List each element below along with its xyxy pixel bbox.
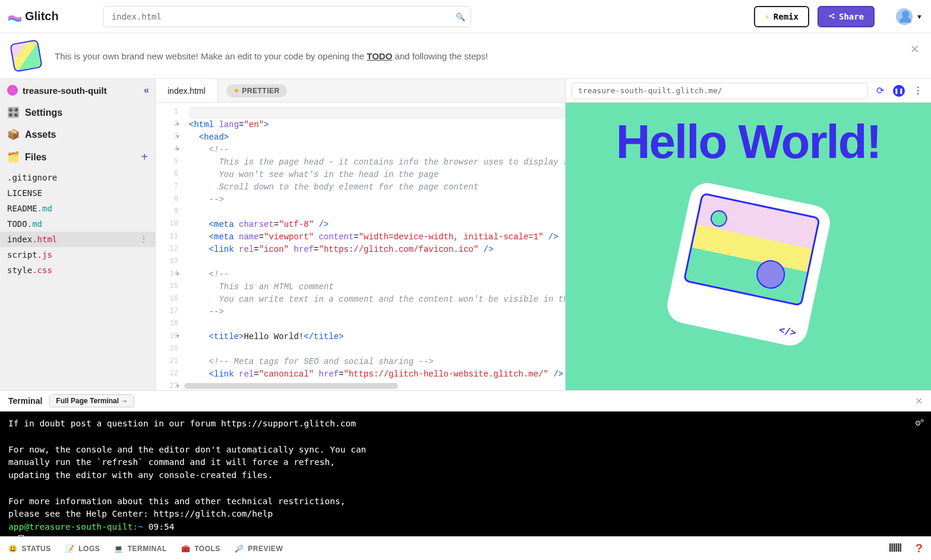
file-item[interactable]: index.html⋮: [0, 232, 155, 247]
files-icon: 🗂️: [7, 151, 19, 163]
terminal-prompt-dollar: $: [8, 535, 18, 545]
preview-toolbar: ⟳ ❚❚ ⋮: [566, 79, 931, 103]
remix-button[interactable]: ⚡ Remix: [754, 6, 809, 27]
prettier-button[interactable]: ✦ PRETTIER: [226, 84, 287, 97]
terminal-body[interactable]: ⚙⚙If in doubt post a question in our for…: [0, 412, 931, 536]
main-area: treasure-south-quilt « 🎛️ Settings 📦 Ass…: [0, 79, 931, 390]
tools-icon: 🧰: [181, 545, 191, 553]
project-avatar-icon: [7, 85, 18, 96]
editor-tab-bar: index.html ✦ PRETTIER: [156, 79, 565, 103]
search-input[interactable]: [103, 6, 471, 27]
preview-url-input[interactable]: [572, 83, 868, 99]
preview-heading: Hello World!: [616, 115, 881, 169]
search-icon[interactable]: 🔍: [456, 12, 465, 21]
terminal-header: Terminal Full Page Terminal → ✕: [0, 390, 931, 412]
terminal-prompt-user: app@treasure-south-quilt: [8, 522, 133, 531]
preview-menu-icon[interactable]: ⋮: [911, 84, 925, 98]
brand-logo[interactable]: Glitch: [8, 10, 59, 23]
keyboard-shortcuts-icon[interactable]: [889, 542, 901, 555]
terminal-icon: 💻: [114, 545, 124, 553]
collapse-sidebar-icon[interactable]: «: [144, 85, 149, 96]
brand-name: Glitch: [25, 10, 59, 23]
pause-icon: ❚❚: [893, 85, 905, 97]
sparkle-icon: ✦: [233, 87, 240, 95]
lightning-icon: ⚡: [765, 12, 769, 21]
editor-tab-active[interactable]: index.html: [156, 79, 218, 102]
file-menu-icon[interactable]: ⋮: [140, 235, 148, 244]
code-tag-icon: </>: [778, 324, 797, 338]
svg-rect-4: [891, 543, 892, 552]
project-selector[interactable]: treasure-south-quilt «: [0, 79, 155, 102]
horizontal-scrollbar[interactable]: [184, 383, 398, 389]
refresh-icon[interactable]: ⟳: [873, 84, 887, 98]
line-gutter: 12▼3▼4▼567891011121314▼1516171819▼202122…: [156, 103, 183, 390]
sidebar: treasure-south-quilt « 🎛️ Settings 📦 Ass…: [0, 79, 156, 390]
banner-text: This is your own brand new website! Make…: [55, 51, 488, 61]
illustration-frame-icon: [683, 192, 820, 306]
close-icon[interactable]: ✕: [910, 43, 919, 56]
preview-pane: ⟳ ❚❚ ⋮ Hello World! </>: [566, 79, 931, 390]
footer-tools[interactable]: 🧰TOOLS: [181, 545, 220, 553]
svg-rect-5: [894, 543, 895, 552]
footer-preview[interactable]: 🔎PREVIEW: [235, 545, 283, 553]
close-icon[interactable]: ✕: [915, 396, 923, 407]
terminal-settings-icon[interactable]: ⚙⚙: [916, 416, 924, 430]
banner-illustration-icon: [10, 39, 43, 72]
top-nav: Glitch 🔍 ⚡ Remix Share ▼: [0, 0, 931, 33]
banner-todo-link[interactable]: TODO: [367, 51, 392, 61]
svg-rect-7: [898, 543, 899, 552]
file-item[interactable]: script.js: [0, 247, 155, 262]
terminal-title: Terminal: [8, 396, 42, 406]
footer-bar: 😃STATUS 📝LOGS 💻TERMINAL 🧰TOOLS 🔎PREVIEW …: [0, 536, 931, 560]
preview-viewport: Hello World! </>: [566, 103, 931, 390]
preview-illustration: </>: [664, 180, 833, 349]
logs-icon: 📝: [65, 545, 75, 553]
editor-pane: index.html ✦ PRETTIER 12▼3▼4▼56789101112…: [156, 79, 566, 390]
terminal-cursor: [18, 535, 24, 545]
share-button[interactable]: Share: [818, 6, 875, 27]
terminal-output: If in doubt post a question in our forum…: [8, 419, 366, 518]
user-menu[interactable]: ▼: [895, 7, 923, 26]
sidebar-assets[interactable]: 📦 Assets: [0, 124, 155, 145]
add-file-icon[interactable]: +: [141, 150, 148, 164]
welcome-banner: This is your own brand new website! Make…: [0, 33, 931, 79]
file-item[interactable]: style.css: [0, 262, 155, 278]
svg-rect-3: [889, 543, 891, 552]
chevron-down-icon: ▼: [916, 13, 923, 20]
file-item[interactable]: .gitignore: [0, 170, 155, 185]
settings-icon: 🎛️: [7, 106, 19, 119]
assets-icon: 📦: [7, 128, 19, 141]
full-page-terminal-button[interactable]: Full Page Terminal →: [49, 394, 134, 407]
sidebar-settings[interactable]: 🎛️ Settings: [0, 102, 155, 124]
preview-icon: 🔎: [235, 545, 244, 553]
file-list: .gitignoreLICENSEREADME.mdTODO.mdindex.h…: [0, 169, 155, 279]
glitch-logo-icon: [8, 12, 21, 21]
file-item[interactable]: LICENSE: [0, 185, 155, 201]
terminal-prompt-path: :~: [133, 522, 143, 531]
svg-rect-6: [895, 543, 897, 552]
file-item[interactable]: README.md: [0, 201, 155, 216]
avatar-icon: [895, 7, 914, 26]
help-icon[interactable]: ?: [916, 542, 923, 555]
pause-preview-button[interactable]: ❚❚: [892, 84, 906, 98]
share-icon: [828, 12, 835, 21]
file-item[interactable]: TODO.md: [0, 216, 155, 232]
svg-rect-8: [900, 543, 901, 552]
code-editor[interactable]: 12▼3▼4▼567891011121314▼1516171819▼202122…: [156, 103, 565, 390]
sidebar-files-header[interactable]: 🗂️ Files +: [0, 145, 155, 169]
code-body[interactable]: <html lang="en"> <head> <!-- This is the…: [183, 103, 565, 390]
footer-terminal[interactable]: 💻TERMINAL: [114, 545, 167, 553]
footer-logs[interactable]: 📝LOGS: [65, 545, 100, 553]
terminal-prompt-time: 09:54: [143, 522, 174, 531]
